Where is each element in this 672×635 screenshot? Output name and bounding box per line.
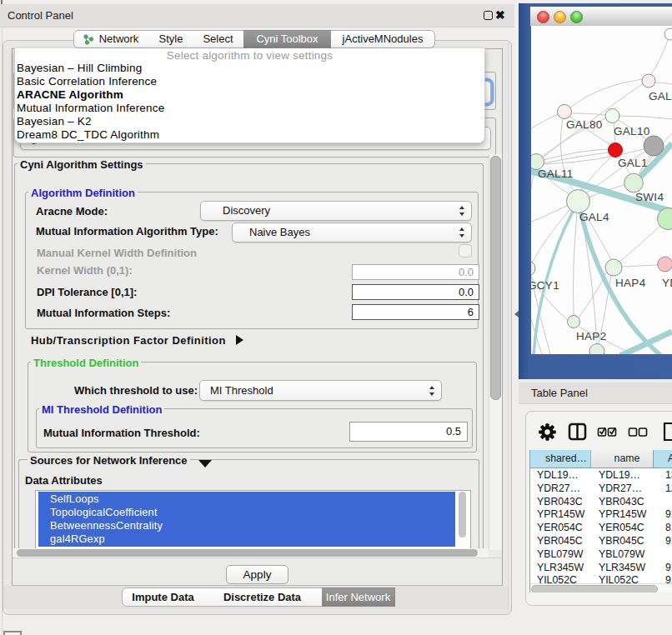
svg-text:HAP2: HAP2 <box>576 330 606 342</box>
svg-text:GAL10: GAL10 <box>614 125 650 138</box>
svg-text:GAL1: GAL1 <box>618 157 648 169</box>
svg-text:YD: YD <box>662 277 672 289</box>
svg-text:GAL80: GAL80 <box>566 118 603 131</box>
svg-text:GAL4: GAL4 <box>579 211 609 223</box>
svg-text:SWI4: SWI4 <box>635 191 664 203</box>
svg-text:HAP4: HAP4 <box>615 277 646 289</box>
svg-text:GCY1: GCY1 <box>531 279 559 292</box>
svg-text:GAL11: GAL11 <box>538 168 574 180</box>
svg-text:GAL7: GAL7 <box>649 90 672 102</box>
